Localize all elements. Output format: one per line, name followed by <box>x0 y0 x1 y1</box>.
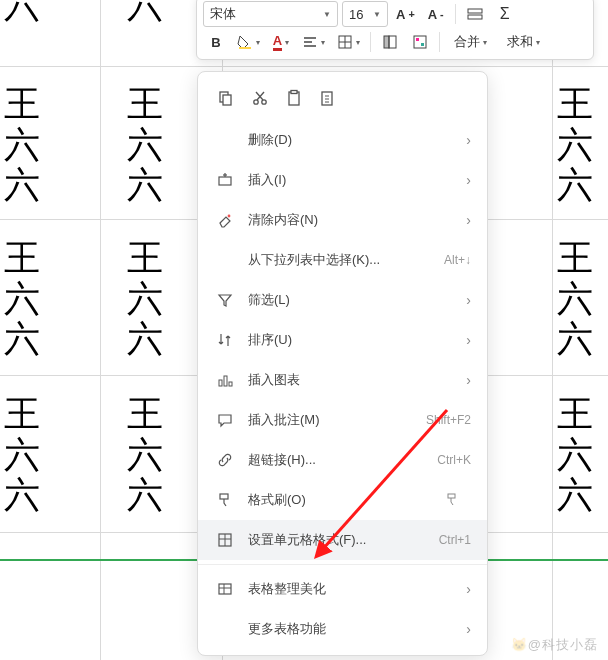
cell[interactable]: 王六六 <box>4 238 40 360</box>
font-select[interactable]: 宋体▼ <box>203 1 338 27</box>
sum-button[interactable]: 求和▾ <box>499 29 548 55</box>
svg-rect-38 <box>219 584 231 594</box>
cell[interactable]: 王六六 <box>4 394 40 516</box>
svg-point-16 <box>254 100 258 104</box>
chevron-right-icon: › <box>466 581 471 597</box>
insert-icon <box>214 169 236 191</box>
autosum-icon[interactable]: Σ <box>492 1 518 27</box>
sort-icon <box>214 329 236 351</box>
freeze-icon[interactable] <box>377 29 403 55</box>
mini-toolbar: 宋体▼ 16▼ A+ A- Σ B ▾ A▾ ▾ ▾ <box>196 0 594 60</box>
ctx-delete[interactable]: 删除(D) › <box>198 120 487 160</box>
chevron-right-icon: › <box>466 621 471 637</box>
cut-icon[interactable] <box>250 88 270 108</box>
ctx-sort[interactable]: 排序(U) › <box>198 320 487 360</box>
cell[interactable]: 王六六 <box>127 394 163 516</box>
watermark: 🐱@科技小磊 <box>511 636 598 654</box>
align-button[interactable]: ▾ <box>298 29 329 55</box>
cell[interactable]: 王六六 <box>557 394 593 516</box>
borders-button[interactable]: ▾ <box>333 29 364 55</box>
eraser-icon <box>214 209 236 231</box>
svg-rect-0 <box>468 9 482 13</box>
filter-icon <box>214 289 236 311</box>
increase-font-icon[interactable]: A+ <box>392 1 419 27</box>
bold-button[interactable]: B <box>203 29 229 55</box>
ctx-filter[interactable]: 筛选(L) › <box>198 280 487 320</box>
svg-rect-9 <box>384 36 389 48</box>
paint-icon <box>214 489 236 511</box>
ctx-format-painter[interactable]: 格式刷(O) <box>198 480 487 520</box>
context-menu: 删除(D) › 插入(I) › 清除内容(N) › 从下拉列表中选择(K)...… <box>197 71 488 656</box>
cell[interactable]: 王六六 <box>4 84 40 206</box>
copy-icon[interactable] <box>216 88 236 108</box>
svg-point-17 <box>262 100 266 104</box>
cell[interactable]: 王六六 <box>557 84 593 206</box>
ctx-hyperlink[interactable]: 超链接(H)... Ctrl+K <box>198 440 487 480</box>
decrease-font-icon[interactable]: A- <box>423 1 449 27</box>
chevron-right-icon: › <box>466 332 471 348</box>
svg-rect-31 <box>224 376 227 386</box>
chart-icon <box>214 369 236 391</box>
cell[interactable]: 王六六 <box>557 238 593 360</box>
chevron-right-icon: › <box>466 372 471 388</box>
ctx-more-table[interactable]: 更多表格功能 › <box>198 609 487 649</box>
conditional-format-icon[interactable] <box>407 29 433 55</box>
svg-line-19 <box>256 92 263 100</box>
chevron-right-icon: › <box>466 132 471 148</box>
table-beautify-icon <box>214 578 236 600</box>
svg-rect-15 <box>223 95 231 105</box>
paste-icon[interactable] <box>284 88 304 108</box>
svg-rect-2 <box>239 47 251 49</box>
svg-rect-12 <box>416 38 419 41</box>
font-color-button[interactable]: A▾ <box>268 29 294 55</box>
ctx-chart[interactable]: 插入图表 › <box>198 360 487 400</box>
svg-rect-10 <box>389 36 396 48</box>
svg-rect-33 <box>220 494 228 499</box>
insert-row-icon[interactable] <box>462 1 488 27</box>
paste-special-icon[interactable] <box>318 88 338 108</box>
svg-rect-1 <box>468 15 482 19</box>
svg-rect-26 <box>219 177 231 185</box>
fill-color-button[interactable]: ▾ <box>233 29 264 55</box>
svg-point-29 <box>228 215 231 218</box>
cell[interactable]: 六六 <box>4 0 40 25</box>
ctx-dropdown-select[interactable]: 从下拉列表中选择(K)... Alt+↓ <box>198 240 487 280</box>
svg-line-18 <box>257 92 264 100</box>
svg-rect-11 <box>414 36 426 48</box>
comment-icon <box>214 409 236 431</box>
cell[interactable]: 王六六 <box>127 84 163 206</box>
ctx-format-cells[interactable]: 设置单元格格式(F)... Ctrl+1 <box>198 520 487 560</box>
font-size-select[interactable]: 16▼ <box>342 1 388 27</box>
svg-rect-13 <box>421 43 424 46</box>
format-painter-side-icon <box>445 492 461 508</box>
ctx-table-beautify[interactable]: 表格整理美化 › <box>198 569 487 609</box>
chevron-right-icon: › <box>466 212 471 228</box>
ctx-insert[interactable]: 插入(I) › <box>198 160 487 200</box>
svg-rect-32 <box>229 382 232 386</box>
chevron-right-icon: › <box>466 172 471 188</box>
ctx-clear[interactable]: 清除内容(N) › <box>198 200 487 240</box>
svg-rect-21 <box>291 91 297 94</box>
cell[interactable]: 六六 <box>127 0 163 25</box>
merge-button[interactable]: 合并▾ <box>446 29 495 55</box>
cell[interactable]: 王六六 <box>127 238 163 360</box>
svg-rect-30 <box>219 380 222 386</box>
svg-rect-34 <box>448 494 455 498</box>
ctx-comment[interactable]: 插入批注(M) Shift+F2 <box>198 400 487 440</box>
link-icon <box>214 449 236 471</box>
format-cells-icon <box>214 529 236 551</box>
chevron-right-icon: › <box>466 292 471 308</box>
